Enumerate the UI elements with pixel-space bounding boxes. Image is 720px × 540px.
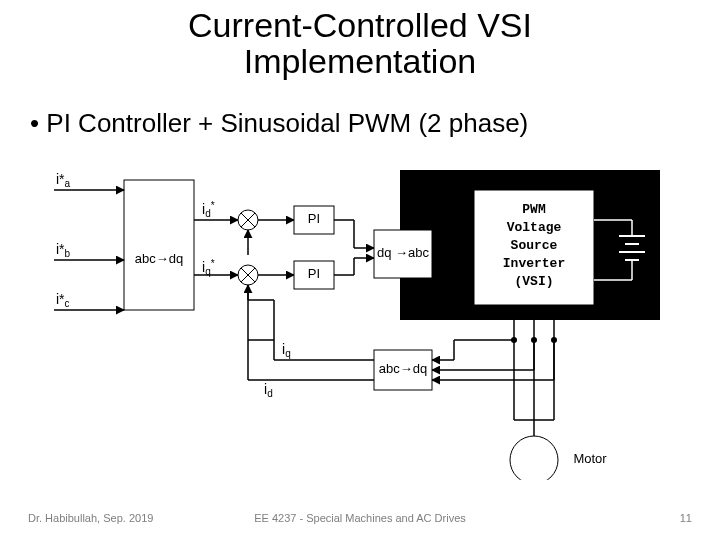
svg-point-67 [510, 436, 558, 480]
vsi-l4: Inverter [503, 256, 565, 271]
block-pi-bot: PI [308, 266, 320, 281]
vsi-l3: Source [511, 238, 558, 253]
vsi-l1: PWM [522, 202, 546, 217]
label-id: id [264, 381, 273, 399]
label-iq: iq [282, 341, 291, 359]
block-dq-to-abc: dq →abc [377, 245, 430, 260]
label-iq-star: iq* [202, 258, 215, 277]
label-id-star: id* [202, 200, 215, 219]
title-line-2: Implementation [244, 42, 476, 80]
label-ic-star: i*c [56, 291, 70, 309]
svg-rect-1 [124, 180, 194, 310]
motor-label: Motor [573, 451, 607, 466]
block-diagram: abc→dq i*a i*b i*c id* [54, 160, 666, 480]
slide-title: Current-Controlled VSI Implementation [0, 8, 720, 79]
footer-course: EE 4237 - Special Machines and AC Drives [0, 512, 720, 524]
title-line-1: Current-Controlled VSI [188, 6, 532, 44]
vsi-l2: Voltage [507, 220, 562, 235]
block-fb-abc-to-dq: abc→dq [379, 361, 427, 376]
bullet-line: PI Controller + Sinusoidal PWM (2 phase) [30, 108, 528, 139]
block-abc-to-dq: abc→dq [135, 251, 183, 266]
block-pi-top: PI [308, 211, 320, 226]
vsi-l5: (VSI) [514, 274, 553, 289]
label-ib-star: i*b [56, 241, 71, 259]
footer-page: 11 [680, 512, 692, 524]
label-ia-star: i*a [56, 171, 71, 189]
